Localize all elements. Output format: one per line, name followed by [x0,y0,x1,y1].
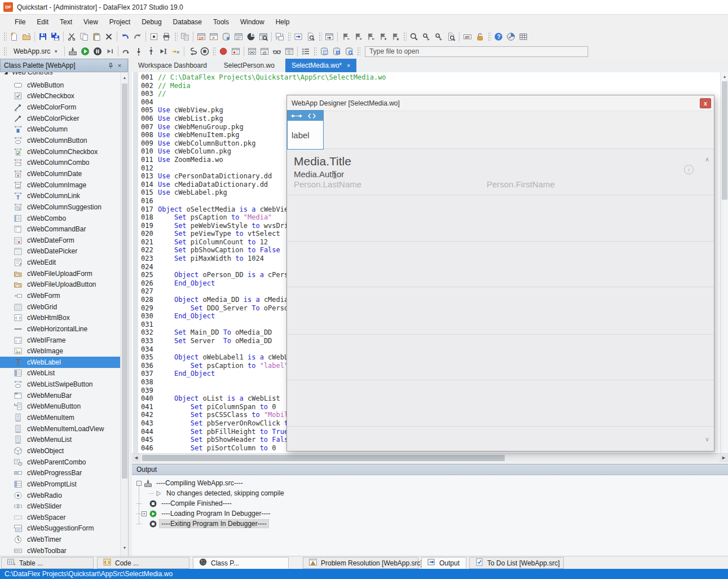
output-row-compiling[interactable]: -----Compiling WebApp.src---- [132,478,728,488]
run-step-button[interactable] [104,45,116,58]
palette-item-cwebspacer[interactable]: cWebSpacer [0,512,120,523]
palette-item-cwebtoolbar[interactable]: cWebToolbar [0,545,120,556]
palette-item-cwebcolumn[interactable]: cWebColumn [0,124,120,135]
toolbar-grip[interactable] [318,32,322,42]
field-media-title[interactable]: Media.Title [294,155,351,168]
next-bookmark-button[interactable] [352,30,364,43]
toolbar-grip[interactable] [487,32,491,42]
tree-expander-icon[interactable]: - [136,481,142,486]
show-next-statement-button[interactable] [186,45,198,58]
toggle-breakpoint-button[interactable] [217,45,230,58]
call-stack-button[interactable] [283,45,295,58]
palette-item-cwebfileuploadbutton[interactable]: cWebFileUploadButton [0,279,120,291]
source-view-button[interactable] [232,30,245,43]
palette-item-cwebmenubar[interactable]: cWebMenuBar [0,390,120,401]
goto-line-button[interactable] [323,30,336,43]
palette-item-cwebsuggestionform[interactable]: cWebSuggestionForm [0,523,120,534]
find-prev-button[interactable] [433,30,445,43]
menu-window[interactable]: Window [235,16,270,28]
palette-group-web-controls[interactable]: Web Controls [0,72,120,80]
run-to-cursor-button[interactable] [157,45,170,58]
save-button[interactable] [37,30,49,43]
palette-item-cwebcommandbar[interactable]: cWebCommandBar [0,223,120,235]
editor-vscrollbar[interactable]: ▲ [720,72,728,453]
palette-item-cwebdatepicker[interactable]: cWebDatePicker [0,246,120,257]
resize-arrows-icon[interactable] [291,113,302,119]
palette-item-cwebcolumnlink[interactable]: cWebColumnLink [0,190,120,201]
toolbar-grip[interactable] [3,46,7,56]
open-file-input[interactable] [365,46,588,57]
cut-button[interactable] [65,30,78,43]
palette-item-cwebhorizontalline[interactable]: cWebHorizontalLine [0,323,120,335]
help-button[interactable]: ? [492,30,505,43]
clear-all-bookmarks-button[interactable] [389,30,401,43]
code-unlock-button[interactable] [474,30,486,43]
breakpoints-button[interactable] [230,45,242,58]
paste-button[interactable] [90,30,103,43]
toolbar-grip[interactable] [174,32,178,42]
bottom-tab-to-do-list-webapp-src-[interactable]: To Do List [WebApp.src] [469,557,564,569]
palette-item-cwebcolumnimage[interactable]: cWebColumnImage [0,179,120,191]
pie-view-button[interactable] [245,30,257,43]
scroll-left-icon[interactable]: ◄ [132,454,140,462]
palette-item-cwebcheckbox[interactable]: cWebCheckbox [0,91,120,102]
output-row-compile-finished[interactable]: ----Compile Finished---- [132,498,728,508]
menu-text[interactable]: Text [54,16,78,28]
scroll-down-icon[interactable]: ▼ [121,543,129,551]
data-dictionary-button[interactable] [220,30,232,43]
compile-button[interactable] [67,45,79,58]
watch-button[interactable] [246,45,258,58]
delete-button[interactable] [103,30,115,43]
designer-list-row[interactable] [287,335,714,380]
palette-item-cwebprogressbar[interactable]: cWebProgressBar [0,467,120,479]
palette-item-cwebedit[interactable]: cWebEdit [0,257,120,268]
scroll-up-icon[interactable]: ▲ [121,73,129,81]
palette-scrollbar-thumb[interactable] [122,84,127,479]
palette-item-cwebdateform[interactable]: cWebDateForm [0,235,120,246]
palette-item-cwebimage[interactable]: cWebImage [0,345,120,357]
designer-list-row[interactable] [287,195,714,242]
tab-selectperson-wo[interactable]: SelectPerson.wo [218,59,281,72]
palette-item-cwebhtmlbox[interactable]: cWebHtmlBox [0,312,120,323]
palette-item-cwebmenuitemloadview[interactable]: cWebMenuItemLoadView [0,423,120,435]
find-in-files-button[interactable] [445,30,457,43]
record-macro-button[interactable] [148,30,160,43]
scroll-up-icon[interactable]: ▲ [721,72,728,80]
database-find-button[interactable] [343,45,355,58]
prev-bookmark-button[interactable] [364,30,377,43]
find-next-button[interactable] [420,30,433,43]
palette-scrollbar[interactable]: ▲ ▼ [120,72,128,556]
print-button[interactable] [160,30,173,43]
menu-file[interactable]: File [9,16,31,28]
field-person-firstname[interactable]: Person.FirstName [487,179,555,189]
chevron-up-icon[interactable]: ∧ [705,156,709,163]
new-file-button[interactable] [8,30,20,43]
palette-item-cweblist[interactable]: cWebList [0,368,120,379]
designer-list-row[interactable]: Media.TitleMedia.AuthorPerson.LastNamePe… [287,149,714,195]
palette-item-cwebiframe[interactable]: cWebIFrame [0,335,120,346]
palette-item-cwebslider[interactable]: cWebSlider [0,501,120,512]
toolbar-grip[interactable] [356,46,360,56]
start-view-button[interactable] [208,30,220,43]
bottom-tab-table-[interactable]: Table ... [1,557,94,569]
tab-selectmedia-wo-[interactable]: SelectMedia.wo*× [285,59,356,72]
menu-edit[interactable]: Edit [31,16,54,28]
toolbar-grip[interactable] [3,32,7,42]
output-row-exiting-debugger[interactable]: ----Exiting Program In Debugger---- [132,519,728,529]
find-symbol-button[interactable] [305,30,317,43]
close-icon[interactable]: × [347,63,350,69]
bottom-tab-class-p-[interactable]: Class P... [193,557,289,569]
bottom-tab-code-[interactable]: Code ... [97,557,189,569]
menu-project[interactable]: Project [104,16,136,28]
designer-form-band[interactable] [287,111,714,149]
palette-item-cwebcombo[interactable]: cWebCombo [0,213,120,224]
copy-lines-button[interactable] [179,30,191,43]
toggle-bookmark-button[interactable] [339,30,352,43]
database-explorer-button[interactable] [318,45,330,58]
tree-expander-icon[interactable]: + [142,511,147,516]
palette-item-cwebmenuitem[interactable]: cWebMenuItem [0,412,120,423]
studio-window-button[interactable]: DF [195,30,208,43]
palette-item-cwebcolumnsuggestion[interactable]: cWebColumnSuggestion [0,201,120,213]
scroll-right-icon[interactable]: ► [720,454,728,462]
palette-item-cwebcolorform[interactable]: cWebColorForm [0,102,120,113]
